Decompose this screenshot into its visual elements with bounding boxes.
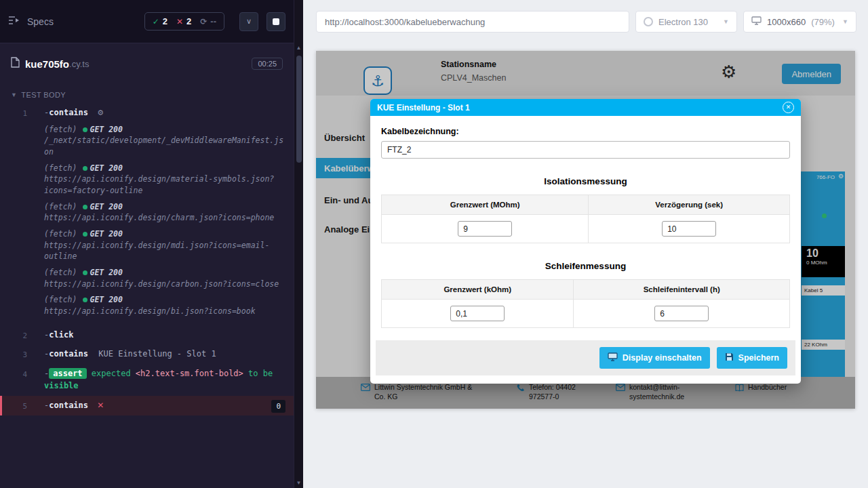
xhr-log[interactable]: (fetch)GET 200https://api.iconify.design…	[44, 228, 284, 262]
schleifen-title: Schleifenmessung	[381, 261, 790, 271]
modal-title: KUE Einstellung - Slot 1	[377, 103, 470, 113]
scroll-down-arrow[interactable]: ▼	[294, 480, 303, 486]
modal-header: KUE Einstellung - Slot 1 ✕	[370, 99, 801, 116]
viewport-select[interactable]: 1000x660 (79%) ▼	[743, 11, 856, 33]
spec-header: kue705fo .cy.ts 00:25	[0, 43, 294, 84]
status-dot	[83, 298, 87, 302]
specs-menu-icon[interactable]	[8, 15, 20, 28]
chevron-down-icon: ∨	[246, 17, 252, 26]
command-row[interactable]: 1-contains ⚙(fetch)GET 200/_next/static/…	[0, 103, 294, 325]
column-header: Grenzwert (MOhm)	[382, 195, 589, 215]
reporter-header: Specs ✓2 ✕2 ⟳-- ∨	[0, 0, 294, 43]
collapse-all-button[interactable]: ∨	[239, 12, 258, 31]
isolation-table: Grenzwert (MOhm) Verzögerung (sek)	[381, 195, 790, 243]
command-name: click	[49, 330, 73, 340]
zoom-level: (79%)	[811, 17, 835, 27]
chevron-down-icon: ▼	[11, 92, 17, 98]
status-dot	[83, 270, 87, 275]
status-dot	[83, 166, 87, 171]
grenzwert-kohm-input[interactable]	[450, 306, 505, 321]
fail-icon: ✕	[97, 401, 104, 410]
stat-failed[interactable]: ✕2	[176, 16, 191, 26]
spec-file-icon	[11, 57, 20, 70]
cypress-reporter: Specs ✓2 ✕2 ⟳-- ∨ kue705fo .cy.ts 00:25 …	[0, 0, 294, 488]
refresh-icon: ⟳	[200, 17, 207, 26]
specs-label[interactable]: Specs	[27, 16, 54, 27]
status-dot	[83, 127, 87, 132]
url-input[interactable]	[316, 11, 629, 33]
column-header: Verzögerung (sek)	[589, 195, 790, 215]
command-arg: KUE Einstellung - Slot 1	[98, 349, 216, 359]
schleifen-table: Grenzwert (kOhm) Schleifenintervall (h)	[381, 279, 790, 328]
assert-badge: assert	[49, 368, 86, 379]
command-log: 1-contains ⚙(fetch)GET 200/_next/static/…	[0, 103, 294, 415]
kue-settings-modal: KUE Einstellung - Slot 1 ✕ Kabelbezeichn…	[370, 99, 801, 384]
x-icon: ✕	[176, 17, 183, 26]
gear-icon: ⚙	[97, 108, 104, 117]
line-number: 4	[2, 369, 36, 380]
electron-icon	[644, 17, 653, 26]
line-number: 1	[2, 108, 36, 119]
xhr-log[interactable]: (fetch)GET 200/_next/static/development/…	[44, 124, 284, 158]
test-stats: ✓2 ✕2 ⟳--	[144, 12, 224, 30]
stat-pending[interactable]: ⟳--	[200, 16, 216, 26]
verzoegerung-input[interactable]	[662, 221, 716, 237]
command-row[interactable]: 2-click	[0, 325, 294, 345]
save-icon	[725, 352, 734, 363]
status-dot	[83, 205, 87, 209]
command-row[interactable]: 5-contains ✕0	[0, 396, 294, 415]
browser-select[interactable]: Electron 130 ▼	[635, 11, 737, 33]
status-dot	[83, 232, 87, 237]
check-icon: ✓	[153, 17, 159, 26]
stop-icon	[273, 18, 279, 25]
command-row[interactable]: 4-assert expected <h2.text-sm.font-bold>…	[0, 364, 294, 396]
test-body-section[interactable]: ▼ TEST BODY	[0, 84, 294, 103]
line-number: 3	[2, 349, 36, 361]
display-icon	[608, 352, 618, 363]
grenzwert-mohm-input[interactable]	[458, 221, 512, 237]
count-badge: 0	[271, 400, 285, 413]
xhr-log[interactable]: (fetch)GET 200https://api.iconify.design…	[44, 163, 284, 197]
schleifenintervall-input[interactable]	[654, 306, 709, 321]
chevron-down-icon: ▼	[723, 18, 729, 25]
command-name: contains	[49, 401, 88, 410]
kabelbezeichnung-input[interactable]	[381, 141, 790, 159]
assert-target: <h2.text-sm.font-bold>	[136, 369, 243, 378]
column-header: Grenzwert (kOhm)	[382, 280, 574, 300]
scrollbar-thumb[interactable]	[296, 56, 302, 163]
spec-timer: 00:25	[252, 58, 283, 70]
kabel-label: Kabelbezeichnung:	[381, 127, 790, 136]
stat-passed[interactable]: ✓2	[153, 16, 167, 26]
stop-button[interactable]	[267, 12, 285, 31]
save-button[interactable]: Speichern	[717, 347, 787, 369]
command-name: contains	[49, 108, 88, 117]
close-icon[interactable]: ✕	[783, 102, 794, 113]
column-header: Schleifenintervall (h)	[574, 280, 790, 300]
chevron-down-icon: ▼	[842, 18, 848, 25]
reporter-scrollbar[interactable]: ▲ ▼	[294, 0, 303, 488]
screen: Specs ✓2 ✕2 ⟳-- ∨ kue705fo .cy.ts 00:25 …	[0, 0, 868, 488]
command-row[interactable]: 3-contains KUE Einstellung - Slot 1	[0, 344, 294, 364]
spec-name[interactable]: kue705fo	[25, 58, 69, 70]
line-number: 5	[2, 401, 36, 412]
xhr-log[interactable]: (fetch)GET 200https://api.iconify.design…	[44, 267, 284, 289]
line-number: 2	[2, 330, 36, 342]
xhr-log[interactable]: (fetch)GET 200https://api.iconify.design…	[44, 294, 284, 317]
scroll-up-arrow[interactable]: ▲	[294, 45, 303, 51]
spec-extension: .cy.ts	[69, 59, 89, 69]
command-name: contains	[49, 349, 88, 359]
isolation-title: Isolationsmessung	[381, 176, 790, 186]
modal-body: Kabelbezeichnung: Isolationsmessung Gren…	[370, 116, 801, 384]
aut-panel: Electron 130 ▼ 1000x660 (79%) ▼ ⚓ Statio…	[303, 0, 868, 488]
app-under-test: ⚓ Stationsname CPLV4_Maschen ⚙ Abmelden …	[316, 51, 855, 409]
viewport-icon	[751, 16, 762, 27]
xhr-log[interactable]: (fetch)GET 200https://api.iconify.design…	[44, 201, 284, 224]
modal-footer: Display einschalten Speichern	[376, 340, 795, 375]
display-on-button[interactable]: Display einschalten	[599, 347, 710, 369]
browser-toolbar: Electron 130 ▼ 1000x660 (79%) ▼	[316, 11, 856, 33]
